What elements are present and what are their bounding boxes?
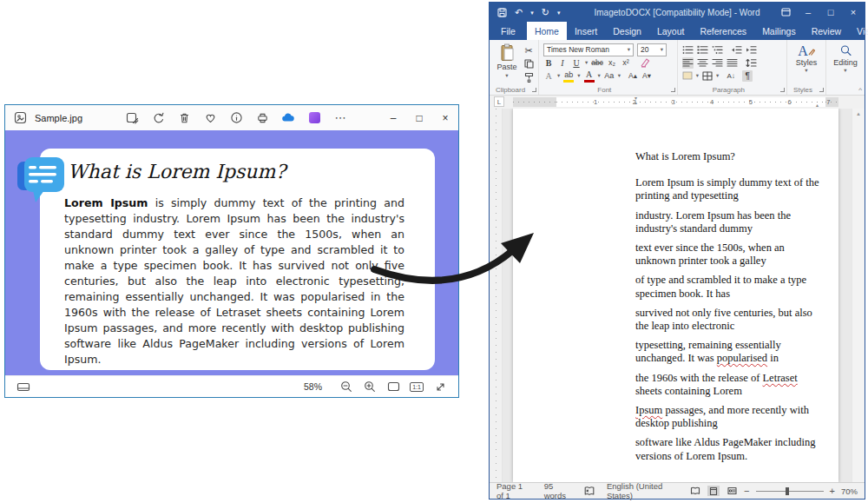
gallery-app-icon[interactable]	[307, 111, 321, 125]
tab-selector[interactable]: L	[494, 96, 504, 107]
clear-formatting-button[interactable]	[640, 57, 650, 69]
edit-image-button[interactable]	[125, 111, 139, 125]
doc-paragraph[interactable]: the 1960s with the release of Letraset s…	[635, 372, 826, 398]
fit-to-window-button[interactable]	[385, 380, 401, 394]
scroll-up-icon[interactable]: ▲	[856, 111, 861, 116]
zoom-out-button[interactable]: −	[744, 486, 749, 496]
copy-button[interactable]	[523, 58, 534, 69]
decrease-indent-button[interactable]	[731, 44, 742, 56]
font-name-select[interactable]: Times New Roman ▾	[543, 43, 634, 56]
save-icon[interactable]	[497, 8, 507, 17]
redo-button[interactable]: ↻	[542, 8, 549, 17]
doc-paragraph[interactable]: of type and scrambled it to make a type …	[635, 274, 826, 300]
undo-dropdown-icon[interactable]: ▾	[530, 10, 534, 16]
collapse-ribbon-icon[interactable]: ^	[858, 86, 862, 94]
highlight-color-button[interactable]: ab	[563, 69, 574, 83]
italic-button[interactable]: I	[557, 57, 568, 69]
doc-paragraph[interactable]: industry. Lorem Ipsum has been the indus…	[635, 209, 826, 235]
rotate-button[interactable]	[151, 111, 165, 125]
doc-paragraph[interactable]: typesetting, remaining essentially uncha…	[635, 339, 826, 365]
align-right-button[interactable]	[712, 57, 723, 69]
proofing-icon[interactable]	[584, 486, 595, 496]
fullscreen-button[interactable]	[432, 380, 448, 394]
increase-indent-button[interactable]	[746, 44, 757, 56]
editing-button[interactable]: Editing ▾	[831, 43, 860, 74]
undo-button[interactable]: ↶	[515, 8, 523, 17]
highlight-dropdown-icon[interactable]: ▾	[577, 72, 580, 79]
font-dialog-launcher-icon[interactable]	[671, 88, 675, 92]
justify-button[interactable]	[727, 57, 738, 69]
ribbon-display-options-icon[interactable]	[774, 3, 797, 22]
web-layout-icon[interactable]	[726, 486, 738, 496]
styles-dialog-launcher-icon[interactable]	[819, 88, 824, 92]
right-indent-marker-icon[interactable]: ▴	[816, 103, 819, 108]
document-page[interactable]: What is Lorem Ipsum? Lorem Ipsum is simp…	[513, 109, 838, 482]
underline-dropdown-icon[interactable]: ▾	[585, 59, 588, 66]
tab-home[interactable]: Home	[527, 22, 567, 40]
info-button[interactable]	[229, 111, 243, 125]
superscript-button[interactable]: x²	[621, 57, 631, 69]
strikethrough-button[interactable]: abc	[591, 57, 603, 69]
shading-button[interactable]	[682, 70, 693, 82]
maximize-button[interactable]: □	[406, 105, 432, 130]
horizontal-ruler[interactable]: L ▾▴ ▴ 1234567	[490, 96, 865, 109]
tab-references[interactable]: References	[692, 22, 754, 40]
bold-button[interactable]: B	[543, 57, 554, 69]
zoom-out-button[interactable]	[339, 380, 354, 394]
change-case-button[interactable]: Aa	[604, 70, 615, 82]
print-layout-icon[interactable]	[707, 486, 720, 496]
paragraph-dialog-launcher-icon[interactable]	[780, 88, 785, 92]
shrink-font-button[interactable]: A▾	[641, 70, 652, 82]
font-color-dropdown-icon[interactable]: ▾	[598, 72, 601, 79]
align-center-button[interactable]	[697, 57, 708, 69]
doc-paragraph[interactable]: Ipsum passages, and more recently with d…	[635, 404, 826, 430]
word-count[interactable]: 95 words	[544, 481, 572, 500]
close-button[interactable]: ×	[432, 105, 458, 130]
more-options-button[interactable]: ⋯	[333, 111, 347, 125]
numbering-button[interactable]	[697, 44, 708, 56]
text-effects-button[interactable]: A	[543, 70, 554, 82]
filmstrip-toggle-icon[interactable]	[16, 380, 31, 394]
clipboard-dialog-launcher-icon[interactable]	[532, 88, 536, 92]
maximize-button[interactable]: □	[819, 3, 842, 22]
print-button[interactable]	[255, 111, 269, 125]
favorite-button[interactable]	[203, 111, 217, 125]
doc-heading[interactable]: What is Lorem Ipsum?	[635, 150, 826, 163]
underline-button[interactable]: U	[571, 57, 582, 69]
tab-design[interactable]: Design	[605, 22, 649, 40]
zoom-slider[interactable]	[756, 491, 824, 492]
vertical-scrollbar[interactable]: ▲	[852, 109, 865, 482]
actual-size-button[interactable]: 1:1	[409, 380, 424, 394]
minimize-button[interactable]: –	[797, 3, 819, 22]
align-left-button[interactable]	[682, 57, 694, 69]
multilevel-list-button[interactable]	[712, 44, 723, 56]
zoom-slider-handle[interactable]	[786, 487, 789, 495]
read-mode-icon[interactable]	[689, 486, 701, 496]
zoom-percentage[interactable]: 70%	[841, 486, 858, 496]
font-color-button[interactable]: A	[584, 69, 595, 83]
zoom-in-button[interactable]: +	[830, 486, 835, 496]
language-indicator[interactable]: English (United States)	[607, 481, 677, 500]
tab-view[interactable]: View	[849, 22, 868, 40]
show-formatting-marks-button[interactable]: ¶	[742, 70, 753, 82]
customize-qat-icon[interactable]: ▾	[557, 10, 561, 16]
sort-button[interactable]: A↓	[726, 70, 736, 82]
zoom-in-button[interactable]	[362, 380, 378, 394]
document-text[interactable]: What is Lorem Ipsum? Lorem Ipsum is simp…	[635, 150, 826, 469]
tab-review[interactable]: Review	[804, 22, 849, 40]
cut-button[interactable]: ✂	[523, 45, 534, 56]
doc-paragraph[interactable]: software like Aldus PageMaker including …	[635, 436, 826, 462]
borders-dropdown-icon[interactable]: ▾	[716, 72, 719, 79]
tab-file[interactable]: File	[490, 22, 527, 40]
doc-paragraph[interactable]: text ever since the 1500s, when an unkno…	[635, 242, 826, 268]
shading-dropdown-icon[interactable]: ▾	[696, 72, 699, 79]
font-size-select[interactable]: 20 ▾	[637, 43, 667, 56]
doc-paragraph[interactable]: Lorem Ipsum is simply dummy text of the …	[635, 176, 826, 202]
delete-button[interactable]	[177, 111, 191, 125]
borders-button[interactable]	[702, 70, 713, 82]
tab-insert[interactable]: Insert	[567, 22, 605, 40]
change-case-dropdown-icon[interactable]: ▾	[618, 72, 621, 79]
format-painter-button[interactable]	[523, 71, 534, 83]
minimize-button[interactable]: –	[380, 105, 406, 130]
line-spacing-button[interactable]	[746, 57, 757, 69]
